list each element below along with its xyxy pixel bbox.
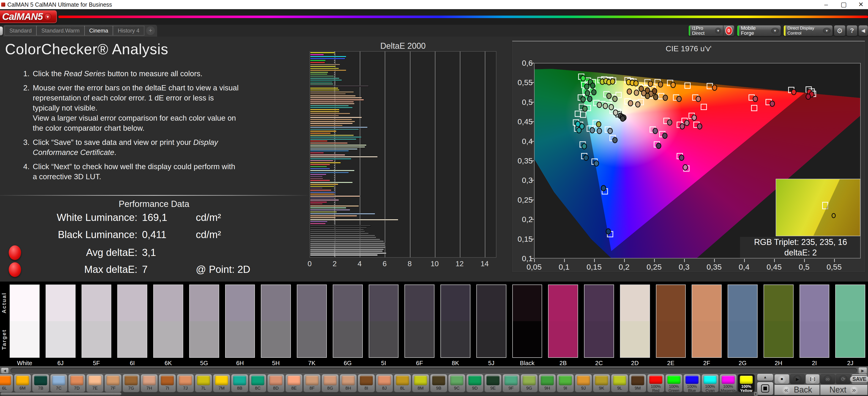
comparator-swatch[interactable] — [727, 285, 757, 358]
deltae-bar[interactable] — [310, 103, 354, 104]
deltae-bar[interactable] — [310, 233, 369, 234]
patch-button-8g[interactable]: 8G — [321, 374, 339, 392]
patch-button-6l[interactable]: 6L — [0, 374, 13, 392]
deltae-bar[interactable] — [310, 164, 330, 165]
deltae-bar[interactable] — [310, 73, 328, 75]
comparator-swatch[interactable] — [45, 285, 75, 358]
deltae-bar[interactable] — [310, 117, 362, 118]
patch-button-8f[interactable]: 8F — [304, 374, 321, 392]
tab-standard[interactable]: Standard — [5, 26, 36, 35]
deltae-bar[interactable] — [310, 123, 353, 124]
deltae-bar[interactable] — [310, 93, 346, 95]
next-button[interactable]: Next » — [820, 385, 868, 395]
deltae-bar[interactable] — [310, 176, 323, 177]
patch-button-9l[interactable]: 9L — [611, 374, 628, 392]
comparator-swatch[interactable] — [656, 285, 686, 358]
deltae-bar[interactable] — [310, 101, 354, 103]
comparator-swatch[interactable] — [117, 285, 147, 358]
deltae-bar[interactable] — [310, 253, 386, 254]
patch-button-8h[interactable]: 8H — [340, 374, 357, 392]
patch-button-8m[interactable]: 8M — [412, 374, 429, 392]
deltae-bar[interactable] — [310, 105, 349, 106]
deltae-bar[interactable] — [310, 199, 339, 201]
deltae-bar[interactable] — [310, 174, 327, 175]
patch-button-8e[interactable]: 8E — [285, 374, 303, 392]
patch-button-100%-cyan[interactable]: 100% Cyan — [702, 374, 719, 392]
deltae-bar[interactable] — [310, 168, 330, 169]
deltae-bar[interactable] — [310, 227, 367, 228]
patch-button-9k[interactable]: 9K — [593, 374, 610, 392]
comparator-swatch[interactable] — [333, 285, 363, 358]
deltae-bar[interactable] — [310, 146, 365, 147]
deltae-bar[interactable] — [310, 144, 366, 146]
patch-button-100%-red[interactable]: 100% Red — [647, 374, 664, 392]
deltae-bar[interactable] — [310, 150, 349, 152]
deltae-bar[interactable] — [310, 154, 345, 156]
deltae-bar[interactable] — [310, 111, 339, 112]
deltae-bar[interactable] — [310, 223, 326, 224]
save-button[interactable]: SAVE — [851, 374, 868, 384]
deltae-bar[interactable] — [310, 156, 378, 158]
comparator-swatch[interactable] — [153, 285, 183, 358]
comparator-swatch[interactable] — [620, 285, 650, 358]
deltae-bar[interactable] — [310, 225, 371, 226]
calman-logo-menu[interactable]: CalMAN5 ▼ — [0, 10, 57, 23]
comparator-swatch[interactable] — [404, 285, 434, 358]
deltae-bar[interactable] — [310, 88, 338, 89]
deltae-bar[interactable] — [310, 95, 356, 97]
deltae-bar[interactable] — [310, 142, 348, 144]
comparator-swatch[interactable] — [800, 285, 830, 358]
deltae-bar[interactable] — [310, 58, 345, 59]
tab-history-4[interactable]: History 4 — [113, 26, 144, 35]
patch-scroll-left-button[interactable]: ◀ — [1, 368, 9, 373]
deltae-bar[interactable] — [310, 254, 378, 256]
cie-chart[interactable]: RGB Triplet: 235, 235, 16 deltaE: 2 — [534, 63, 861, 258]
deltae-bar[interactable] — [310, 192, 336, 193]
chevron-down-icon[interactable]: ▼ — [715, 28, 721, 34]
deltae-bar[interactable] — [310, 86, 369, 87]
deltae-bar[interactable] — [310, 240, 384, 242]
deltae-bar[interactable] — [310, 186, 334, 187]
deltae-bar[interactable] — [310, 62, 325, 63]
deltae-bar[interactable] — [310, 54, 324, 56]
deltae-bar[interactable] — [310, 129, 359, 130]
patch-button-8j[interactable]: 8J — [376, 374, 393, 392]
comparator-swatch[interactable] — [261, 285, 291, 358]
deltae-bar[interactable] — [310, 60, 326, 61]
minimize-button[interactable]: – — [819, 0, 833, 9]
patch-list-scroll-right-button[interactable]: ▶ — [754, 392, 758, 396]
deltae-bar[interactable] — [310, 81, 333, 83]
deltae-bar[interactable] — [310, 66, 336, 67]
display-control-selector[interactable]: Direct Display Control ▼ — [783, 25, 833, 36]
deltae-bar[interactable] — [310, 148, 358, 150]
patch-button-9j[interactable]: 9J — [575, 374, 592, 392]
comparator-swatch[interactable] — [764, 285, 794, 358]
deltae-bar[interactable] — [310, 79, 342, 81]
patch-button-7i[interactable]: 7I — [159, 374, 176, 392]
deltae-bar[interactable] — [310, 136, 362, 138]
deltae-bar[interactable] — [310, 180, 330, 181]
meter-selector[interactable]: X-Rite i1Pro Direct View ▼ 0 — [688, 25, 735, 36]
deltae-bar[interactable] — [310, 119, 352, 120]
deltae-bar[interactable] — [310, 160, 333, 161]
refresh-button[interactable]: ⟳ — [836, 374, 851, 384]
deltae-bar[interactable] — [310, 70, 346, 71]
patch-button-100%-green[interactable]: 100% Green — [665, 374, 682, 392]
patch-button-7b[interactable]: 7B — [32, 374, 49, 392]
deltae-bar[interactable] — [310, 197, 334, 199]
deltae-bar[interactable] — [310, 121, 355, 122]
patch-button-8d[interactable]: 8D — [267, 374, 284, 392]
deltae-bar[interactable] — [310, 56, 346, 57]
comparator-swatch[interactable] — [548, 285, 578, 358]
deltae-bar[interactable] — [310, 211, 337, 213]
patch-button-100%-blue[interactable]: 100% Blue — [683, 374, 701, 392]
deltae-bar[interactable] — [310, 243, 385, 244]
deltae-bar[interactable] — [310, 207, 346, 208]
tab-standard-warm[interactable]: Standard.Warm — [36, 26, 84, 35]
read-series-button[interactable]: [··] — [805, 374, 820, 384]
read-continuous-button[interactable]: ∞ — [820, 374, 835, 384]
patch-list-scrollbar-thumb[interactable] — [0, 393, 121, 395]
chevron-down-icon[interactable]: ▼ — [823, 28, 831, 34]
patch-button-8b[interactable]: 8B — [231, 374, 248, 392]
deltae-bar[interactable] — [310, 239, 380, 240]
